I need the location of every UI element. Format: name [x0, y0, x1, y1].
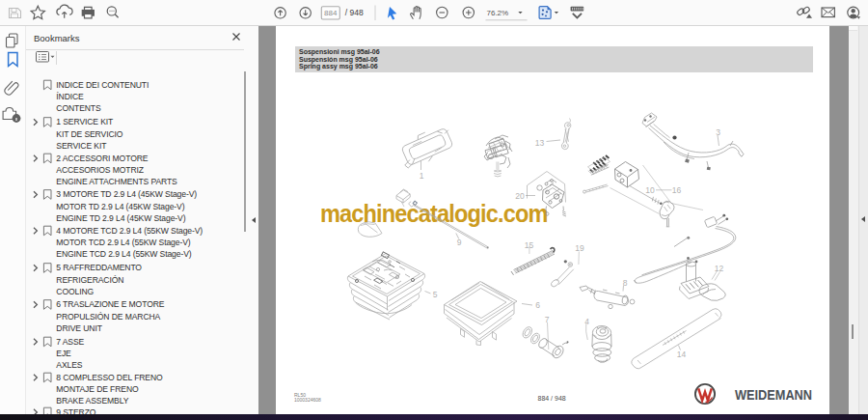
- svg-text:6: 6: [535, 300, 540, 310]
- svg-text:15: 15: [525, 240, 534, 250]
- svg-text:20: 20: [515, 191, 525, 201]
- svg-text:8: 8: [623, 278, 628, 288]
- svg-text:4: 4: [584, 317, 589, 326]
- svg-text:884: 884: [324, 9, 338, 17]
- svg-text:/ 948: / 948: [345, 8, 364, 17]
- svg-text:10: 10: [645, 185, 655, 195]
- svg-text:13: 13: [535, 138, 545, 148]
- svg-text:12: 12: [715, 264, 724, 273]
- svg-text:9: 9: [457, 238, 462, 247]
- svg-text:14: 14: [677, 350, 687, 359]
- svg-text:3: 3: [716, 127, 720, 137]
- svg-text:16: 16: [672, 185, 682, 195]
- svg-text:1: 1: [420, 171, 424, 181]
- svg-text:WEIDEMANN: WEIDEMANN: [735, 387, 812, 403]
- svg-text:76.2%: 76.2%: [487, 9, 509, 17]
- svg-text:5: 5: [433, 290, 438, 299]
- svg-text:19: 19: [575, 243, 584, 253]
- svg-text:7: 7: [545, 315, 550, 324]
